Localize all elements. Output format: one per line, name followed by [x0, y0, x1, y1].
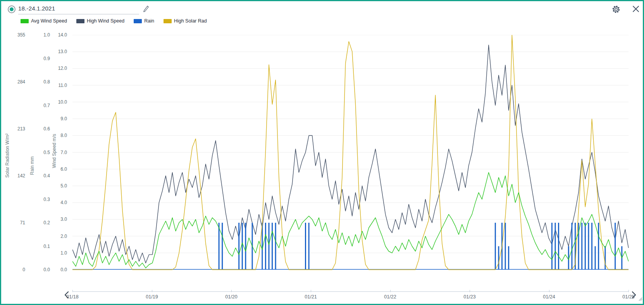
day-tick [470, 290, 470, 292]
legend-label: High Solar Rad [174, 18, 207, 24]
rain-bar [305, 223, 306, 270]
rain-bar [272, 223, 273, 270]
rain-bar [265, 223, 266, 270]
day-label-01-24: 01/24 [537, 294, 561, 300]
legend-swatch [134, 19, 142, 23]
gear-icon[interactable] [612, 5, 620, 15]
solar-tick-label: 71 [8, 220, 25, 225]
rain-bar [588, 223, 589, 270]
rain-tick-label: 0.1 [33, 244, 50, 249]
wind-tick-label: 2.0 [50, 234, 67, 239]
pencil-icon[interactable] [143, 5, 149, 14]
status-radio-icon[interactable] [7, 5, 16, 15]
rain-bar [604, 246, 606, 270]
rain-tick-label: 0.4 [33, 173, 50, 178]
wind-tick-label: 9.0 [50, 116, 67, 121]
day-label-01-23: 01/23 [458, 294, 481, 300]
rain-bar [498, 246, 499, 270]
chart-legend: Avg Wind SpeedHigh Wind SpeedRainHigh So… [21, 18, 207, 24]
day-tick [390, 290, 391, 292]
rain-tick-label: 0.6 [33, 126, 50, 132]
wind-tick-label: 13.0 [50, 49, 67, 54]
wind-tick-label: 6.0 [50, 166, 67, 172]
wind-tick-label: 7.0 [50, 150, 67, 155]
series-avg-wind-speed [72, 172, 629, 268]
rain-tick-label: 0.7 [33, 103, 50, 108]
legend-label: High Wind Speed [87, 18, 124, 24]
rain-bar [219, 223, 220, 270]
rain-bar [571, 223, 572, 270]
rain-tick-label: 0.0 [33, 267, 50, 272]
wind-tick-label: 11.0 [50, 83, 67, 88]
rain-bar [508, 246, 509, 270]
rain-bar [591, 223, 592, 270]
legend-item-high-solar-rad[interactable]: High Solar Rad [164, 18, 207, 24]
wind-tick-label: 0.0 [50, 267, 67, 272]
day-label-01-25: 01/25 [617, 294, 640, 300]
x-axis-line [72, 291, 629, 292]
rain-tick-label: 0.8 [33, 79, 50, 85]
rain-tick-label: 0.2 [33, 220, 50, 225]
rain-tick-label: 0.5 [33, 150, 50, 155]
rain-bar [505, 223, 506, 270]
rain-bar [551, 223, 553, 270]
day-tick [152, 290, 152, 292]
day-tick [72, 290, 73, 292]
day-label-01-20: 01/20 [220, 294, 243, 300]
rain-bar [308, 223, 310, 270]
solar-tick-label: 213 [8, 126, 25, 132]
chevron-right-icon[interactable] [631, 291, 637, 300]
day-tick [311, 290, 311, 292]
legend-label: Rain [144, 18, 154, 24]
series-high-wind-speed [72, 45, 629, 263]
legend-item-rain[interactable]: Rain [134, 18, 154, 24]
wind-tick-label: 12.0 [50, 66, 67, 71]
weather-chart-window: { "window": { "border_color": "#14a38b",… [0, 0, 644, 305]
rain-bar [554, 223, 556, 270]
wind-tick-label: 8.0 [50, 133, 67, 138]
rain-bar [558, 223, 559, 270]
rain-bar [495, 223, 496, 270]
wind-tick-label: 10.0 [50, 99, 67, 105]
legend-swatch [21, 19, 29, 23]
wind-tick-label: 5.0 [50, 183, 67, 189]
day-tick [231, 290, 232, 292]
rain-bar [595, 246, 596, 270]
chart-plot-area[interactable] [72, 35, 629, 271]
solar-tick-label: 355 [8, 32, 25, 38]
rain-bar [581, 223, 582, 270]
rain-tick-label: 1.0 [33, 32, 50, 38]
rain-bar [222, 223, 223, 270]
date-range-input[interactable]: 18.-24.1.2021 [18, 5, 139, 12]
legend-swatch [76, 19, 84, 23]
legend-swatch [164, 19, 172, 23]
day-label-01-22: 01/22 [379, 294, 402, 300]
solar-axis-title: Solar Radiation W/m² [5, 133, 10, 178]
rain-bar [242, 223, 243, 270]
solar-tick-label: 284 [8, 79, 25, 85]
resize-handle-icon[interactable] [637, 296, 643, 303]
legend-item-high-wind-speed[interactable]: High Wind Speed [76, 18, 124, 24]
day-label-01-19: 01/19 [140, 294, 164, 300]
rain-bar [245, 223, 246, 270]
rain-tick-label: 0.3 [33, 197, 50, 202]
legend-label: Avg Wind Speed [31, 18, 67, 24]
day-label-01-21: 01/21 [299, 294, 322, 300]
rain-bar [598, 223, 599, 270]
day-tick [549, 290, 549, 292]
close-x-icon[interactable] [632, 5, 640, 14]
input-underline [18, 14, 139, 14]
rain-bar [615, 223, 616, 270]
legend-item-avg-wind-speed[interactable]: Avg Wind Speed [21, 18, 67, 24]
rain-bar [238, 223, 239, 270]
rain-bar [275, 223, 276, 270]
wind-tick-label: 1.0 [50, 250, 67, 256]
rain-tick-label: 0.9 [33, 56, 50, 61]
solar-tick-label: 142 [8, 173, 25, 178]
wind-tick-label: 14.0 [50, 32, 67, 38]
day-tick [629, 290, 629, 292]
wind-tick-label: 4.0 [50, 200, 67, 205]
rain-bar [268, 223, 269, 270]
rain-bar [585, 223, 586, 270]
date-range-value: 18.-24.1.2021 [18, 5, 55, 12]
